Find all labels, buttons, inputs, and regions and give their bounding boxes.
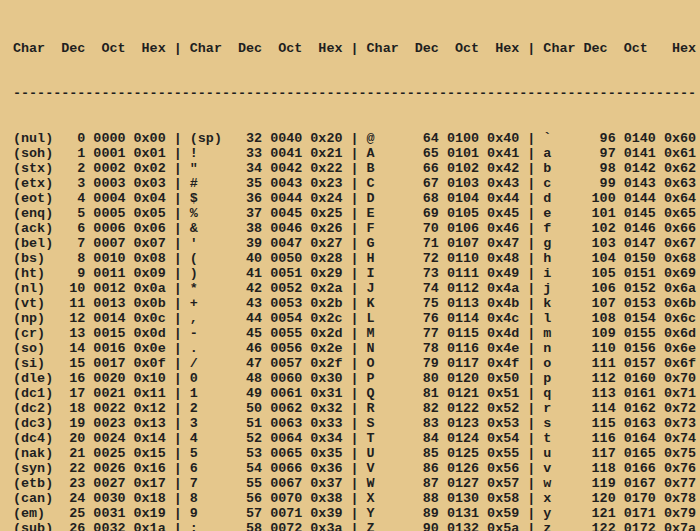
ascii-table: Char Dec Oct Hex | Char Dec Oct Hex | Ch…	[0, 0, 700, 531]
table-row: (enq) 5 0005 0x05 | % 37 0045 0x25 | E 6…	[13, 206, 700, 221]
table-row: (ht) 9 0011 0x09 | ) 41 0051 0x29 | I 73…	[13, 266, 700, 281]
table-separator: ----------------------------------------…	[13, 86, 700, 101]
table-row: (bel) 7 0007 0x07 | ' 39 0047 0x27 | G 7…	[13, 236, 700, 251]
table-row: (bs) 8 0010 0x08 | ( 40 0050 0x28 | H 72…	[13, 251, 700, 266]
table-row: (etx) 3 0003 0x03 | # 35 0043 0x23 | C 6…	[13, 176, 700, 191]
table-body: (nul) 0 0000 0x00 | (sp) 32 0040 0x20 | …	[13, 131, 700, 531]
table-row: (syn) 22 0026 0x16 | 6 54 0066 0x36 | V …	[13, 461, 700, 476]
table-row: (can) 24 0030 0x18 | 8 56 0070 0x38 | X …	[13, 491, 700, 506]
table-row: (nul) 0 0000 0x00 | (sp) 32 0040 0x20 | …	[13, 131, 700, 146]
table-row: (em) 25 0031 0x19 | 9 57 0071 0x39 | Y 8…	[13, 506, 700, 521]
table-row: (dc4) 20 0024 0x14 | 4 52 0064 0x34 | T …	[13, 431, 700, 446]
table-row: (ack) 6 0006 0x06 | & 38 0046 0x26 | F 7…	[13, 221, 700, 236]
table-row: (vt) 11 0013 0x0b | + 43 0053 0x2b | K 7…	[13, 296, 700, 311]
table-row: (eot) 4 0004 0x04 | $ 36 0044 0x24 | D 6…	[13, 191, 700, 206]
table-row: (nl) 10 0012 0x0a | * 42 0052 0x2a | J 7…	[13, 281, 700, 296]
table-row: (cr) 13 0015 0x0d | - 45 0055 0x2d | M 7…	[13, 326, 700, 341]
table-row: (dc1) 17 0021 0x11 | 1 49 0061 0x31 | Q …	[13, 386, 700, 401]
table-row: (soh) 1 0001 0x01 | ! 33 0041 0x21 | A 6…	[13, 146, 700, 161]
table-row: (so) 14 0016 0x0e | . 46 0056 0x2e | N 7…	[13, 341, 700, 356]
table-row: (np) 12 0014 0x0c | , 44 0054 0x2c | L 7…	[13, 311, 700, 326]
table-header-row: Char Dec Oct Hex | Char Dec Oct Hex | Ch…	[13, 41, 700, 56]
table-row: (etb) 23 0027 0x17 | 7 55 0067 0x37 | W …	[13, 476, 700, 491]
table-row: (stx) 2 0002 0x02 | " 34 0042 0x22 | B 6…	[13, 161, 700, 176]
table-row: (dle) 16 0020 0x10 | 0 48 0060 0x30 | P …	[13, 371, 700, 386]
table-row: (sub) 26 0032 0x1a | : 58 0072 0x3a | Z …	[13, 521, 700, 531]
table-row: (dc2) 18 0022 0x12 | 2 50 0062 0x32 | R …	[13, 401, 700, 416]
table-row: (nak) 21 0025 0x15 | 5 53 0065 0x35 | U …	[13, 446, 700, 461]
table-row: (dc3) 19 0023 0x13 | 3 51 0063 0x33 | S …	[13, 416, 700, 431]
table-row: (si) 15 0017 0x0f | / 47 0057 0x2f | O 7…	[13, 356, 700, 371]
